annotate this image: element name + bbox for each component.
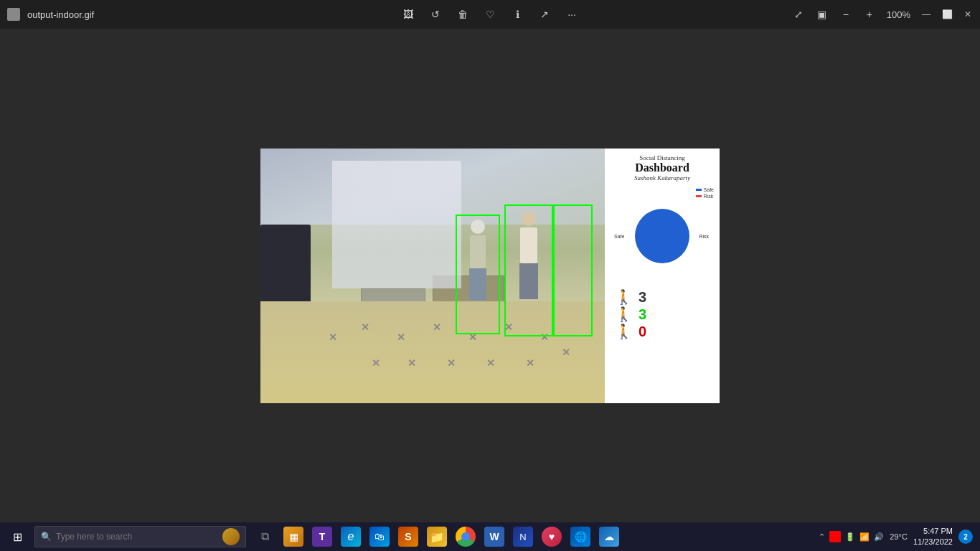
- taskbar-system-tray: ⌃ 🔋 📶 🔊 29°C 5:47 PM 11/23/2022 2: [819, 526, 980, 548]
- share-toolbar-icon[interactable]: ↗: [538, 8, 551, 21]
- taskbar-network-app[interactable]: 🌐: [567, 524, 593, 550]
- chart-legend: Safe Risk: [696, 187, 714, 199]
- detection-box-3: [553, 204, 593, 337]
- person-icon-safe: 🚶: [615, 307, 633, 321]
- gif-frame: ✕ ✕ ✕ ✕ ✕ ✕ ✕ ✕ ✕ ✕ ✕ ✕ ✕: [260, 149, 720, 403]
- person-2: [509, 212, 549, 331]
- person-1: [460, 220, 496, 329]
- taskbar: ⊞ 🔍 ⧉ ▦ T e 🛍 S 📁: [0, 522, 980, 551]
- dashboard-subtitle: Social Distancing: [639, 154, 685, 161]
- x-marker-4: ✕: [433, 321, 441, 333]
- legend-risk: Risk: [696, 194, 714, 199]
- battery-icon[interactable]: 🔋: [845, 532, 855, 542]
- search-icon: 🔍: [41, 532, 52, 542]
- taskbar-word[interactable]: W: [481, 524, 507, 550]
- search-bar[interactable]: 🔍: [34, 526, 246, 547]
- zoom-in-icon[interactable]: +: [863, 8, 876, 21]
- dashboard-author: Sashank Kakaraparty: [634, 174, 690, 182]
- taskbar-teams[interactable]: T: [309, 524, 335, 550]
- filmstrip-icon[interactable]: ▣: [816, 8, 829, 21]
- taskbar-task-view[interactable]: ⧉: [252, 524, 278, 550]
- clock-time: 5:47 PM: [923, 526, 953, 537]
- projector-screen: [332, 161, 461, 288]
- x-marker-13: ✕: [562, 347, 570, 358]
- taskbar-edge[interactable]: e: [338, 524, 364, 550]
- main-content: ✕ ✕ ✕ ✕ ✕ ✕ ✕ ✕ ✕ ✕ ✕ ✕ ✕: [0, 29, 980, 522]
- legend-safe-label: Safe: [704, 187, 714, 192]
- x-marker-12: ✕: [526, 357, 534, 369]
- taskbar-widgets[interactable]: ▦: [281, 524, 306, 550]
- info-toolbar-icon[interactable]: ℹ: [511, 8, 524, 21]
- system-clock[interactable]: 5:47 PM 11/23/2022: [913, 526, 953, 548]
- legend-risk-label: Risk: [704, 194, 714, 199]
- close-button[interactable]: ✕: [963, 9, 973, 19]
- title-bar-right: ⤢ ▣ − + 100% — ⬜ ✕: [732, 8, 974, 21]
- image-toolbar-icon[interactable]: 🖼: [402, 8, 415, 21]
- chart-area: Safe Risk Safe Risk: [609, 186, 715, 286]
- taskbar-file-explorer[interactable]: 📁: [424, 524, 450, 550]
- taskbar-chrome[interactable]: [453, 524, 479, 550]
- search-logo-icon: [222, 528, 240, 545]
- chevron-up-icon[interactable]: ⌃: [819, 532, 825, 542]
- stat-count-safe: 3: [639, 307, 646, 321]
- legend-safe: Safe: [696, 187, 714, 192]
- x-marker-10: ✕: [447, 357, 456, 369]
- x-marker-2: ✕: [361, 321, 369, 333]
- taskbar-apps: ⧉ ▦ T e 🛍 S 📁: [246, 524, 628, 550]
- stat-count-risk: 0: [639, 324, 646, 339]
- minimize-button[interactable]: —: [921, 9, 931, 19]
- person-icon-total: 🚶: [615, 290, 633, 304]
- toolbar-center: 🖼 ↺ 🗑 ♡ ℹ ↗ ···: [249, 8, 732, 21]
- taskbar-app10[interactable]: N: [510, 524, 536, 550]
- start-button[interactable]: ⊞: [0, 522, 34, 551]
- x-marker-3: ✕: [397, 331, 405, 343]
- x-marker-8: ✕: [372, 357, 380, 369]
- window-title: output-indoor.gif: [27, 9, 94, 20]
- taskbar-ms-store[interactable]: 🛍: [367, 524, 392, 550]
- notification-badge[interactable]: 2: [958, 529, 973, 544]
- zoom-level: 100%: [887, 9, 910, 20]
- pie-label-safe: Safe: [614, 233, 624, 238]
- stat-row-total: 🚶 3: [615, 290, 710, 304]
- network-icon[interactable]: 📶: [859, 532, 870, 542]
- dashboard-title: Dashboard: [635, 161, 689, 174]
- taskbar-sublime[interactable]: S: [395, 524, 421, 550]
- pie-label-risk: Risk: [699, 233, 709, 238]
- stats-section: 🚶 3 🚶 3 🚶 0: [609, 286, 715, 342]
- more-toolbar-icon[interactable]: ···: [565, 8, 578, 21]
- search-input[interactable]: [56, 532, 199, 542]
- rotate-toolbar-icon[interactable]: ↺: [429, 8, 442, 21]
- delete-toolbar-icon[interactable]: 🗑: [456, 8, 469, 21]
- windows-icon: ⊞: [13, 530, 22, 544]
- title-bar-left: output-indoor.gif: [7, 8, 249, 21]
- stat-row-safe: 🚶 3: [615, 307, 710, 321]
- volume-icon[interactable]: 🔊: [874, 532, 884, 542]
- temperature-display: 29°C: [890, 532, 908, 541]
- svg-point-0: [635, 209, 689, 263]
- clock-date: 11/23/2022: [913, 537, 953, 547]
- notification-count: 2: [963, 533, 968, 541]
- scene-background: ✕ ✕ ✕ ✕ ✕ ✕ ✕ ✕ ✕ ✕ ✕ ✕ ✕: [260, 149, 605, 403]
- pie-chart-container: Safe Risk: [630, 204, 694, 268]
- dashboard-panel: Social Distancing Dashboard Sashank Kaka…: [605, 149, 720, 403]
- maximize-button[interactable]: ⬜: [942, 9, 952, 19]
- stat-row-risk: 🚶 0: [615, 324, 710, 339]
- person-icon-risk: 🚶: [615, 324, 633, 339]
- app-icon: [7, 8, 20, 21]
- antivirus-icon: [829, 531, 841, 542]
- heart-toolbar-icon[interactable]: ♡: [484, 8, 496, 21]
- pie-chart-svg: [630, 204, 694, 268]
- title-bar: output-indoor.gif 🖼 ↺ 🗑 ♡ ℹ ↗ ··· ⤢ ▣ − …: [0, 0, 980, 29]
- camera-view: ✕ ✕ ✕ ✕ ✕ ✕ ✕ ✕ ✕ ✕ ✕ ✕ ✕: [260, 149, 605, 403]
- taskbar-weather[interactable]: ☁: [596, 524, 622, 550]
- x-marker-11: ✕: [486, 357, 495, 369]
- stat-count-total: 3: [639, 290, 646, 304]
- system-icons: ⌃ 🔋 📶 🔊: [819, 531, 884, 542]
- zoom-out-icon[interactable]: −: [839, 8, 852, 21]
- x-marker-9: ✕: [407, 357, 416, 369]
- fullscreen-icon[interactable]: ⤢: [792, 8, 805, 21]
- taskbar-app11[interactable]: ♥: [539, 524, 565, 550]
- x-marker-1: ✕: [329, 331, 337, 343]
